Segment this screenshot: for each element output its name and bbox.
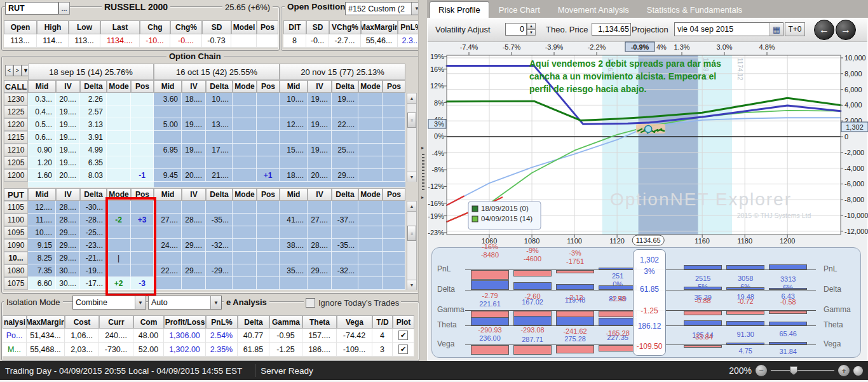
chain-cell[interactable]: [182, 277, 206, 290]
chain-col-header[interactable]: Mid: [28, 80, 56, 93]
chain-cell[interactable]: [154, 131, 182, 144]
chain-cell[interactable]: 19....: [308, 93, 332, 106]
column-header[interactable]: Chg%: [170, 20, 202, 34]
column-header[interactable]: Low: [69, 20, 100, 34]
chain-col-header[interactable]: Delta: [206, 188, 233, 201]
chain-cell[interactable]: [107, 264, 131, 277]
chain-cell[interactable]: [280, 252, 308, 264]
chain-cell[interactable]: [233, 214, 257, 226]
chain-cell[interactable]: -37...: [332, 214, 358, 226]
chain-col-header[interactable]: IV: [56, 80, 80, 93]
chain-cell[interactable]: [154, 252, 182, 264]
chain-cell[interactable]: 19....: [56, 118, 80, 131]
analysis-col-header[interactable]: Theta: [302, 315, 337, 329]
strike-cell[interactable]: 1230: [4, 93, 28, 106]
chain-col-header[interactable]: Mode: [107, 188, 131, 201]
chain-cell[interactable]: 10....: [280, 93, 308, 106]
chain-cell[interactable]: [383, 264, 405, 277]
chain-cell[interactable]: 19....: [182, 144, 206, 156]
volatility-spinner[interactable]: ▲ ▼: [527, 23, 536, 36]
chain-col-header[interactable]: IV: [56, 188, 80, 201]
chain-cell[interactable]: [131, 131, 154, 144]
chain-cell[interactable]: [257, 131, 280, 144]
zoom-out-button[interactable]: −: [756, 365, 767, 376]
chain-cell[interactable]: 21....: [206, 169, 233, 182]
chain-cell[interactable]: [131, 144, 154, 156]
expiry-header[interactable]: 20 nov 15 (77) 25.13%: [280, 64, 405, 80]
chain-cell[interactable]: [308, 106, 332, 118]
zoom-slider[interactable]: [771, 370, 834, 371]
chain-cell[interactable]: [131, 239, 154, 252]
chain-cell[interactable]: [280, 106, 308, 118]
chain-cell[interactable]: 0.6...: [28, 131, 56, 144]
scroll-down-icon[interactable]: ▼: [407, 280, 416, 290]
chain-cell[interactable]: [107, 106, 131, 118]
splitter-arrow-icon[interactable]: ▸: [421, 194, 424, 200]
chain-cell[interactable]: [358, 156, 383, 169]
chain-col-header[interactable]: Delta: [80, 80, 107, 93]
plot-checkbox[interactable]: ✔: [398, 344, 408, 354]
chain-cell[interactable]: [182, 106, 206, 118]
chain-cell[interactable]: 11....: [28, 214, 56, 226]
chain-cell[interactable]: [131, 118, 154, 131]
column-header[interactable]: DIT: [283, 20, 306, 34]
strike-cell[interactable]: 1210: [4, 144, 28, 156]
chevron-down-icon[interactable]: ▼: [210, 296, 221, 309]
chain-cell[interactable]: 2.26: [80, 93, 107, 106]
chain-col-header[interactable]: Pos: [257, 80, 280, 93]
chain-cell[interactable]: [308, 277, 332, 290]
chain-cell[interactable]: -19...: [80, 264, 107, 277]
strike-cell[interactable]: 1080: [4, 264, 28, 277]
ignore-trades-checkbox[interactable]: [306, 298, 315, 308]
chain-col-header[interactable]: IV: [308, 188, 332, 201]
chain-cell[interactable]: [383, 106, 405, 118]
chain-cell[interactable]: [332, 226, 358, 239]
column-header[interactable]: VChg%: [329, 20, 361, 34]
chain-cell[interactable]: [257, 264, 280, 277]
spinner-down-icon[interactable]: ▼: [527, 29, 536, 36]
chain-cell[interactable]: [182, 131, 206, 144]
chain-cell[interactable]: [332, 156, 358, 169]
chain-cell[interactable]: 12....: [280, 118, 308, 131]
chain-cell[interactable]: [257, 201, 280, 214]
chain-cell[interactable]: 3.13: [80, 118, 107, 131]
chain-cell[interactable]: -28...: [80, 214, 107, 226]
chain-cell[interactable]: 28....: [182, 214, 206, 226]
chain-cell[interactable]: +2: [107, 277, 131, 290]
chain-cell[interactable]: +3: [131, 214, 154, 226]
column-header[interactable]: MaxMargin: [361, 20, 398, 34]
chain-cell[interactable]: [107, 156, 131, 169]
analysis-col-header[interactable]: PnL%: [206, 315, 238, 329]
chain-cell[interactable]: [332, 131, 358, 144]
chain-cell[interactable]: [131, 93, 154, 106]
chain-cell[interactable]: [308, 156, 332, 169]
chain-cell[interactable]: 0.3...: [28, 93, 56, 106]
chain-cell[interactable]: -35...: [206, 214, 233, 226]
chain-cell[interactable]: [233, 106, 257, 118]
chain-cell[interactable]: [358, 252, 383, 264]
chain-cell[interactable]: [257, 239, 280, 252]
chain-cell[interactable]: [154, 277, 182, 290]
chain-cell[interactable]: 28....: [56, 201, 80, 214]
chain-cell[interactable]: 29....: [56, 252, 80, 264]
chain-col-header[interactable]: IV: [308, 80, 332, 93]
chain-cell[interactable]: 20....: [308, 169, 332, 182]
chain-cell[interactable]: [358, 239, 383, 252]
chain-cell[interactable]: [206, 277, 233, 290]
chain-cell[interactable]: [233, 144, 257, 156]
chain-cell[interactable]: -32...: [206, 239, 233, 252]
scroll-down-icon[interactable]: ▼: [407, 172, 416, 182]
chain-cell[interactable]: [332, 201, 358, 214]
chain-cell[interactable]: -30...: [80, 201, 107, 214]
analysis-col-header[interactable]: Plot: [393, 315, 414, 329]
chain-col-header[interactable]: Mid: [154, 188, 182, 201]
chain-cell[interactable]: 8.25: [28, 252, 56, 264]
chain-cell[interactable]: [358, 169, 383, 182]
column-header[interactable]: Pos: [257, 20, 278, 34]
chain-cell[interactable]: 27....: [308, 214, 332, 226]
theo-price-input[interactable]: [592, 23, 631, 36]
chain-cell[interactable]: [107, 169, 131, 182]
chain-col-header[interactable]: IV: [182, 188, 206, 201]
chain-cell[interactable]: 10....: [28, 226, 56, 239]
isolation-combine-dropdown[interactable]: Combine ▼: [72, 296, 146, 310]
